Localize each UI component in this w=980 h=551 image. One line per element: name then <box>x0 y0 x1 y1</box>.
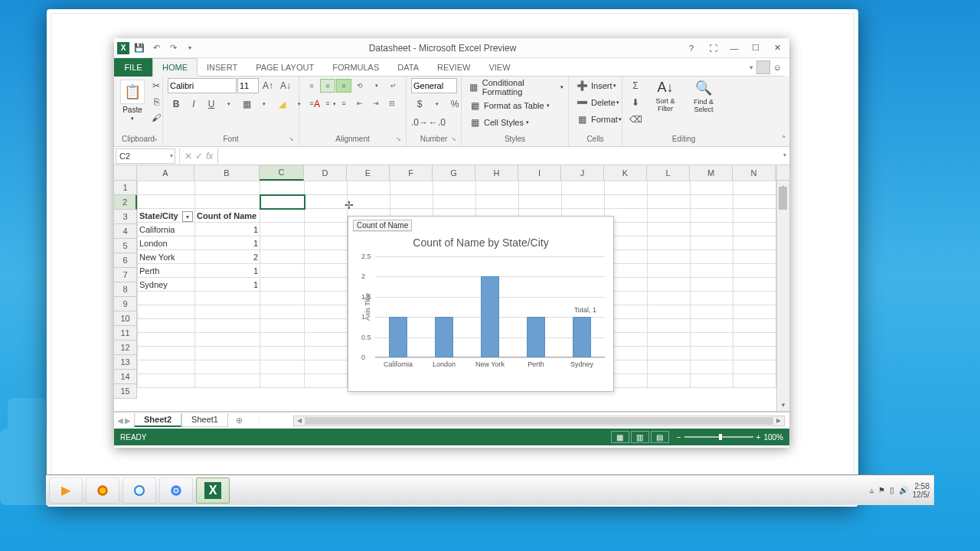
cell-D8[interactable] <box>305 278 348 292</box>
chart-bar-perth[interactable] <box>527 317 545 357</box>
border-button[interactable]: ▦ <box>238 96 255 112</box>
cell-E2[interactable] <box>348 195 390 209</box>
cell-A10[interactable] <box>138 305 195 319</box>
close-button[interactable]: ✕ <box>768 41 786 55</box>
cell-N4[interactable] <box>733 223 776 236</box>
row-header-10[interactable]: 10 <box>114 311 137 326</box>
cell-C1[interactable] <box>260 181 305 195</box>
row-header-2[interactable]: 2 <box>114 195 137 210</box>
qa-redo-button[interactable]: ↷ <box>166 41 180 55</box>
cell-B7[interactable]: 1 <box>195 264 260 278</box>
cell-D5[interactable] <box>305 236 348 250</box>
cell-D10[interactable] <box>305 305 348 319</box>
cell-N2[interactable] <box>733 195 776 209</box>
row-header-12[interactable]: 12 <box>114 341 137 355</box>
vertical-scrollbar[interactable]: ▲ ▼ <box>776 181 789 411</box>
row-header-13[interactable]: 13 <box>114 355 137 370</box>
row-header-8[interactable]: 8 <box>114 282 137 297</box>
paste-button[interactable]: 📋 Paste ▾ <box>119 78 146 123</box>
cell-C2[interactable] <box>260 195 305 209</box>
format-painter-icon[interactable]: 🖌 <box>148 110 165 126</box>
expand-formula-bar-icon[interactable]: ▾ <box>783 152 786 158</box>
cell-D7[interactable] <box>305 264 348 278</box>
cell-C4[interactable] <box>260 223 305 236</box>
cell-C11[interactable] <box>260 319 305 333</box>
cell-B8[interactable]: 1 <box>195 278 260 292</box>
column-header-A[interactable]: A <box>137 165 194 181</box>
cell-N12[interactable] <box>733 333 776 347</box>
align-center-icon[interactable]: ≡ <box>320 96 335 110</box>
column-header-N[interactable]: N <box>733 165 776 181</box>
cell-M6[interactable] <box>691 250 733 264</box>
column-header-H[interactable]: H <box>475 165 518 181</box>
accounting-format-icon[interactable]: $ <box>411 96 428 112</box>
cell-D1[interactable] <box>305 181 348 195</box>
cell-N1[interactable] <box>733 181 776 195</box>
row-header-15[interactable]: 15 <box>114 384 137 399</box>
tray-show-hidden-icon[interactable]: ▵ <box>870 486 874 494</box>
find-select-button[interactable]: 🔍 Find & Select <box>687 78 720 115</box>
chart-bar-london[interactable] <box>435 317 453 357</box>
alignment-launcher[interactable]: ↘ <box>396 135 401 142</box>
cell-K2[interactable] <box>605 195 648 209</box>
row-header-5[interactable]: 5 <box>114 239 137 253</box>
tray-clock[interactable]: 2:58 12/5/ <box>913 482 929 499</box>
tray-network-icon[interactable]: ▯ <box>890 486 894 494</box>
feedback-smiley-icon[interactable]: ☺ <box>773 63 782 72</box>
tab-view[interactable]: VIEW <box>479 58 519 77</box>
chart-bar-new-york[interactable] <box>481 276 499 357</box>
row-header-14[interactable]: 14 <box>114 370 137 384</box>
column-header-B[interactable]: B <box>194 165 260 181</box>
row-header-9[interactable]: 9 <box>114 297 137 311</box>
cell-L15[interactable] <box>648 374 691 388</box>
row-header-1[interactable]: 1 <box>114 181 137 195</box>
cell-D13[interactable] <box>305 347 348 360</box>
chart-bar-california[interactable] <box>389 317 407 357</box>
cell-M9[interactable] <box>691 292 733 305</box>
cell-N11[interactable] <box>733 319 776 333</box>
cell-B9[interactable] <box>195 292 260 305</box>
pivot-field-dropdown[interactable]: ▾ <box>182 211 193 222</box>
cell-B12[interactable] <box>195 333 260 347</box>
cell-B11[interactable] <box>195 319 260 333</box>
cell-C6[interactable] <box>260 250 305 264</box>
cell-L10[interactable] <box>648 305 691 319</box>
percent-format-icon[interactable]: % <box>446 96 463 112</box>
column-header-J[interactable]: J <box>561 165 604 181</box>
clear-icon[interactable]: ⌫ <box>627 112 644 127</box>
cell-F1[interactable] <box>390 181 433 195</box>
cell-J2[interactable] <box>562 195 605 209</box>
cell-M4[interactable] <box>691 223 733 236</box>
cell-M3[interactable] <box>691 209 733 223</box>
tray-volume-icon[interactable]: 🔊 <box>899 486 908 494</box>
cell-N13[interactable] <box>733 347 776 360</box>
cell-A2[interactable] <box>138 195 195 209</box>
cell-E1[interactable] <box>348 181 390 195</box>
cell-B3[interactable]: Count of Name <box>195 209 260 223</box>
minimize-button[interactable]: — <box>725 41 743 55</box>
cell-A13[interactable] <box>138 347 195 360</box>
cell-L11[interactable] <box>648 319 691 333</box>
select-all-corner[interactable] <box>114 165 137 181</box>
cell-B2[interactable] <box>195 195 260 209</box>
cell-N5[interactable] <box>733 236 776 250</box>
increase-font-icon[interactable]: A↑ <box>260 78 276 93</box>
cell-B1[interactable] <box>195 181 260 195</box>
cell-D3[interactable] <box>305 209 348 223</box>
fill-color-icon[interactable]: ◢ <box>273 96 290 112</box>
pivot-chart[interactable]: Count of Name Count of Name by State/Cit… <box>348 216 614 392</box>
cell-D4[interactable] <box>305 223 348 236</box>
cell-D6[interactable] <box>305 250 348 264</box>
align-right-icon[interactable]: ≡ <box>336 96 351 110</box>
cell-D15[interactable] <box>305 374 348 388</box>
help-button[interactable]: ? <box>682 41 701 55</box>
fill-icon[interactable]: ⬇ <box>627 95 644 110</box>
add-sheet-button[interactable]: ⊕ <box>231 416 248 425</box>
zoom-slider[interactable]: −+ 100% <box>677 433 783 442</box>
tab-review[interactable]: REVIEW <box>428 58 479 77</box>
cell-N6[interactable] <box>733 250 776 264</box>
taskbar-media-player[interactable]: ▶ <box>49 478 83 504</box>
sort-filter-button[interactable]: A↓ Sort & Filter <box>648 78 682 114</box>
cell-A4[interactable]: California <box>138 223 195 236</box>
underline-button[interactable]: U <box>203 96 220 112</box>
